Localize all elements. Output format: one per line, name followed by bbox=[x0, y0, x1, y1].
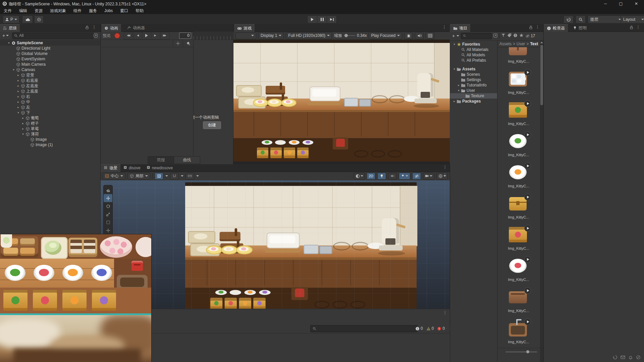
tree-arrow-icon[interactable]: ▸ bbox=[16, 100, 20, 104]
tree-arrow-icon[interactable]: ▾ bbox=[11, 68, 16, 71]
project-search-input[interactable] bbox=[461, 33, 492, 39]
tab-newdissove[interactable]: newdissove bbox=[144, 164, 176, 172]
zoom-slider-thumb[interactable] bbox=[344, 34, 348, 37]
step-button[interactable] bbox=[327, 15, 337, 23]
project-folder-item[interactable]: Texture bbox=[450, 93, 497, 99]
hierarchy-item[interactable]: ▸背景 bbox=[0, 72, 100, 78]
hierarchy-item[interactable]: ▸上底座 bbox=[0, 88, 100, 94]
zoom-slider[interactable] bbox=[344, 35, 355, 36]
hierarchy-item[interactable]: ▸左 bbox=[0, 105, 100, 110]
menu-组件[interactable]: 组件 bbox=[70, 7, 85, 14]
grid-visibility-toggle[interactable] bbox=[155, 173, 163, 180]
chevron-down-icon[interactable] bbox=[457, 35, 459, 37]
tab-disove[interactable]: disove bbox=[120, 164, 144, 172]
asset-zoom-thumb[interactable] bbox=[526, 350, 529, 353]
project-folder-item[interactable]: ▾Assets bbox=[450, 66, 497, 72]
chevron-down-icon[interactable] bbox=[181, 175, 183, 177]
tree-arrow-icon[interactable]: ▸ bbox=[457, 83, 461, 87]
asset-item[interactable]: Img_KittyC... bbox=[497, 129, 540, 160]
menu-服务[interactable]: 服务 bbox=[85, 7, 101, 14]
play-badge-icon[interactable] bbox=[524, 163, 531, 169]
maximize-panel-icon[interactable] bbox=[94, 34, 98, 39]
asset-item[interactable]: Img_KittyC... bbox=[497, 47, 540, 66]
warning-counter[interactable]: 0 bbox=[426, 326, 434, 331]
asset-zoom-slider[interactable] bbox=[505, 352, 537, 352]
console-search-input[interactable] bbox=[310, 325, 418, 332]
effects-dropdown[interactable] bbox=[399, 173, 410, 180]
hierarchy-item[interactable]: Image (1) bbox=[0, 142, 100, 147]
message-status-icon[interactable] bbox=[621, 355, 625, 361]
hierarchy-item[interactable]: ▸右 bbox=[0, 94, 100, 99]
snap-increment-toggle[interactable] bbox=[185, 173, 194, 180]
hierarchy-item[interactable]: Directional Light bbox=[0, 46, 100, 51]
hierarchy-item[interactable]: ▸右底座 bbox=[0, 78, 100, 83]
hierarchy-item[interactable]: Image bbox=[0, 137, 100, 142]
asset-item[interactable]: Img_KittyC... bbox=[497, 285, 540, 316]
tree-arrow-icon[interactable]: ▸ bbox=[16, 89, 20, 93]
curves-tab[interactable]: 曲线 bbox=[174, 156, 200, 164]
chevron-down-icon[interactable] bbox=[165, 175, 168, 177]
dopesheet-tab[interactable]: 简报 bbox=[148, 156, 174, 164]
view-tool-button[interactable] bbox=[104, 186, 112, 194]
hierarchy-item[interactable]: ▸左底座 bbox=[0, 83, 100, 88]
play-animation-button[interactable] bbox=[142, 32, 151, 39]
project-folder-item[interactable]: All Models bbox=[450, 52, 497, 58]
tree-arrow-icon[interactable]: ▾ bbox=[7, 41, 11, 45]
tree-arrow-icon[interactable]: ▾ bbox=[452, 67, 457, 71]
chevron-down-icon[interactable] bbox=[196, 175, 199, 177]
asset-scrollbar[interactable] bbox=[540, 40, 543, 362]
breadcrumb-User[interactable]: User bbox=[517, 42, 525, 46]
maximize-button[interactable]: ▢ bbox=[613, 1, 629, 6]
console-menu-icon[interactable]: ⋮ bbox=[443, 311, 447, 314]
play-badge-icon[interactable] bbox=[524, 318, 531, 325]
menu-窗口[interactable]: 窗口 bbox=[116, 7, 132, 14]
console-log-list[interactable] bbox=[101, 333, 450, 362]
tab-project[interactable]: 项目 bbox=[450, 24, 470, 32]
create-clip-button[interactable]: 创建 bbox=[203, 121, 221, 129]
tree-arrow-icon[interactable]: ▾ bbox=[452, 43, 457, 46]
play-badge-icon[interactable] bbox=[524, 131, 531, 138]
game-view-dropdown[interactable] bbox=[235, 32, 256, 39]
project-folder-item[interactable]: All Materials bbox=[450, 47, 497, 52]
menu-资源[interactable]: 资源 bbox=[31, 7, 46, 14]
game-viewport[interactable] bbox=[233, 40, 450, 164]
hierarchy-item[interactable]: Main Camera bbox=[0, 62, 100, 67]
first-frame-button[interactable] bbox=[124, 32, 133, 39]
pivot-dropdown[interactable]: 中心 bbox=[103, 173, 125, 180]
menu-帮助[interactable]: 帮助 bbox=[132, 7, 147, 14]
layers-dropdown[interactable]: 图层 bbox=[588, 15, 624, 23]
hierarchy-search-input[interactable]: All bbox=[12, 33, 94, 39]
hierarchy-item[interactable]: ▾Canvas bbox=[0, 67, 100, 72]
camera-dropdown[interactable] bbox=[423, 173, 434, 180]
tab-lighting[interactable]: 照明 bbox=[570, 24, 590, 32]
hierarchy-item[interactable]: ▸橙子 bbox=[0, 121, 100, 126]
breadcrumb-Text[interactable]: Text bbox=[530, 42, 538, 46]
tab-场景[interactable]: 场景 bbox=[101, 164, 120, 172]
mute-audio-toggle[interactable] bbox=[415, 32, 424, 39]
scrollbar-thumb[interactable] bbox=[540, 45, 543, 105]
scene-viewport[interactable] bbox=[101, 180, 450, 309]
tab-hierarchy[interactable]: 层级 bbox=[0, 24, 20, 32]
tab-inspector[interactable]: 检查器 bbox=[544, 24, 568, 32]
hierarchy-item[interactable]: EventSystem bbox=[0, 56, 100, 62]
close-button[interactable]: ✕ bbox=[629, 1, 644, 6]
game-menu-icon[interactable]: ⋮ bbox=[442, 25, 446, 29]
search-by-type-icon[interactable] bbox=[501, 33, 505, 39]
asset-item[interactable]: Img_KittyC... bbox=[497, 191, 540, 222]
project-folder-item[interactable]: Scenes bbox=[450, 72, 497, 77]
menu-文件[interactable]: 文件 bbox=[0, 7, 15, 14]
tab-animator[interactable]: 动画器 bbox=[124, 24, 148, 32]
project-menu-icon[interactable]: ⋮ bbox=[535, 25, 540, 29]
2d-toggle[interactable]: 2D bbox=[367, 173, 375, 180]
tree-arrow-icon[interactable]: ▸ bbox=[16, 95, 20, 98]
error-counter[interactable]: 0 bbox=[437, 326, 445, 331]
tree-arrow-icon[interactable]: ▸ bbox=[21, 116, 25, 120]
breadcrumb-Assets[interactable]: Assets bbox=[499, 42, 512, 46]
tree-arrow-icon[interactable]: ▸ bbox=[21, 122, 25, 125]
tree-arrow-icon[interactable]: ▸ bbox=[452, 100, 457, 103]
minimize-button[interactable]: ─ bbox=[598, 1, 613, 6]
hierarchy-item[interactable]: ▸草莓 bbox=[0, 126, 100, 131]
favorites-filter-icon[interactable] bbox=[519, 33, 524, 39]
menu-编辑[interactable]: 编辑 bbox=[15, 7, 31, 14]
info-counter[interactable]: 0 bbox=[415, 326, 423, 331]
